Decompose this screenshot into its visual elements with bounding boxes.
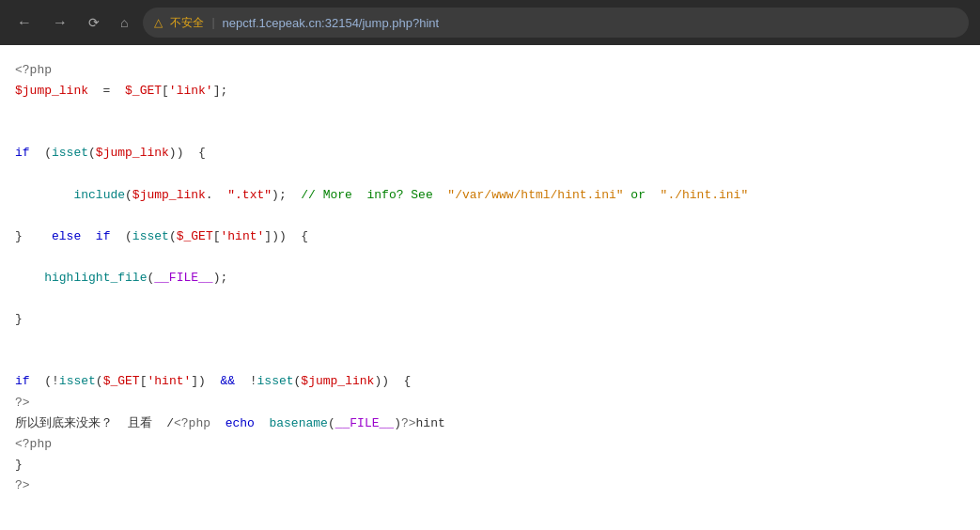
code-line-17: ?> [15, 393, 965, 413]
code-line-21: ?> [15, 475, 965, 496]
code-area: <?php $jump_link = $_GET['link']; if (is… [0, 45, 980, 530]
code-line-2: $jump_link = $_GET['link']; [15, 81, 965, 101]
home-button[interactable]: ⌂ [115, 11, 133, 34]
code-line-13: } [15, 309, 965, 330]
refresh-button[interactable]: ⟳ [83, 11, 105, 34]
back-button[interactable]: ← [11, 10, 38, 35]
code-line-15 [15, 351, 965, 371]
code-line-4 [15, 122, 965, 143]
code-line-16: if (!isset($_GET['hint']) && !isset($jum… [15, 371, 965, 392]
security-label: 不安全 [170, 15, 204, 31]
code-line-14 [15, 330, 965, 351]
code-line-11: highlight_file(__FILE__); [15, 268, 965, 288]
code-line-12 [15, 288, 965, 309]
code-line-18: 所以到底来没来？ 且看 /<?php echo basename(__FILE_… [15, 413, 965, 434]
code-line-9: } else if (isset($_GET['hint'])) { [15, 226, 965, 247]
separator: | [211, 16, 214, 29]
code-line-7: include($jump_link. ".txt"); // More inf… [15, 185, 965, 206]
browser-bar: ← → ⟳ ⌂ △ 不安全 | nepctf.1cepeak.cn:32154/… [0, 0, 980, 45]
url-text: nepctf.1cepeak.cn:32154/jump.php?hint [223, 16, 440, 30]
security-icon: △ [154, 16, 163, 29]
code-line-19: <?php [15, 434, 965, 455]
code-line-10 [15, 247, 965, 268]
code-line-5: if (isset($jump_link)) { [15, 143, 965, 164]
address-bar[interactable]: △ 不安全 | nepctf.1cepeak.cn:32154/jump.php… [143, 8, 969, 38]
code-line-1: <?php [15, 60, 965, 81]
code-line-8 [15, 206, 965, 226]
code-line-6 [15, 164, 965, 184]
code-line-20: } [15, 455, 965, 475]
forward-button[interactable]: → [47, 10, 73, 35]
code-line-3 [15, 101, 965, 122]
